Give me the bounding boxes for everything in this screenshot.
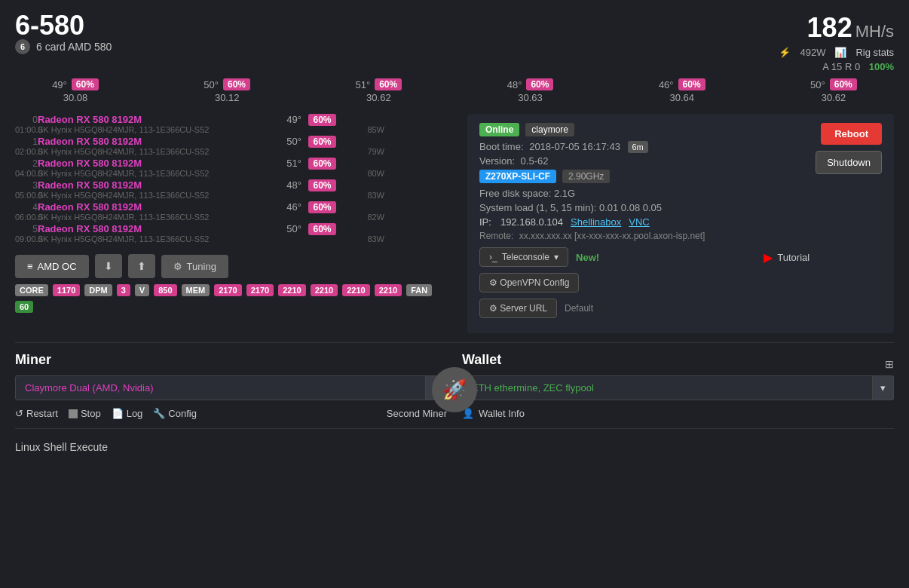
bars-icon: ≡ (27, 261, 33, 272)
disk-line: Free disk space: 2.1G (479, 188, 810, 199)
config-icon: 🔧 (153, 408, 165, 419)
status-main-row: Online claymore Boot time: 2018-07-05 16… (479, 123, 882, 324)
core-value: 1170 (53, 284, 80, 296)
wallet-col: Wallet ⊞ ETH ethermine, ZEC flypool ▾ 👤 … (462, 352, 894, 419)
table-row: 0 Radeon RX 580 8192M 49° 60% 01:00.0 SK… (15, 114, 452, 134)
rig-subtitle: 6 6 card AMD 580 (15, 39, 112, 54)
youtube-icon: ▶ (764, 250, 773, 265)
mem-value-5: 2210 (342, 284, 369, 296)
miner-select-row: Claymore Dual (AMD, Nvidia) ▾ (15, 375, 447, 400)
version-line: Version: 0.5-62 (479, 155, 810, 167)
rig-desc: 6 card AMD 580 (36, 41, 112, 53)
table-row: 1 Radeon RX 580 8192M 50° 60% 02:00.0 SK… (15, 136, 452, 156)
shellinabox-link[interactable]: Shellinabox (571, 216, 621, 228)
chart-icon: 📊 (834, 47, 846, 58)
main-container: 6-580 6 6 card AMD 580 182MH/s ⚡ 492W 📊 … (0, 0, 909, 465)
power-value: 492W (800, 47, 825, 58)
download-button[interactable]: ⬇ (95, 254, 122, 278)
card-count-badge: 6 (15, 39, 30, 54)
wallet-select-row: ETH ethermine, ZEC flypool ▾ (462, 375, 894, 400)
log-button[interactable]: 📄 Log (112, 408, 143, 419)
mem-label: MEM (182, 284, 210, 296)
mem-value-3: 2210 (278, 284, 305, 296)
table-row: 4 Radeon RX 580 8192M 46° 60% 06:00.0 SK… (15, 201, 452, 222)
gpu-bar: 49° 60% 30.08 50° 60% 30.12 51° 60% 30.6… (15, 78, 894, 103)
default-label: Default (565, 303, 593, 314)
restart-icon: ↺ (15, 408, 23, 419)
cpu-row: Z270XP-SLI-CF 2.90GHz (479, 170, 810, 183)
restart-button[interactable]: ↺ Restart (15, 408, 58, 419)
rocket-container: 🚀 (432, 367, 477, 412)
rig-stats-info: A 15 R 0 100% (822, 61, 894, 72)
bottom-divider (15, 428, 894, 429)
dpm-value: 3 (117, 284, 130, 296)
table-row: 5 Radeon RX 580 8192M 50° 60% 09:00.0 SK… (15, 223, 452, 243)
miner-select[interactable]: Claymore Dual (AMD, Nvidia) (15, 375, 426, 400)
table-row: 3 Radeon RX 580 8192M 48° 60% 05:00.0 SK… (15, 179, 452, 200)
left-col: 0 Radeon RX 580 8192M 49° 60% 01:00.0 SK… (15, 114, 452, 333)
terminal-icon: ›_ (489, 252, 497, 262)
power-icon: ⚡ (779, 47, 791, 58)
gpu-list: 0 Radeon RX 580 8192M 49° 60% 01:00.0 SK… (15, 114, 452, 243)
online-badge: Online (479, 123, 519, 136)
reboot-button[interactable]: Reboot (821, 123, 882, 145)
wallet-expand-icon[interactable]: ⊞ (885, 358, 894, 370)
oc-params: CORE 1170 DPM 3 V 850 MEM 2170 2170 2210… (15, 284, 452, 313)
gear-server-icon: ⚙ (489, 303, 497, 314)
wallet-select[interactable]: ETH ethermine, ZEC flypool (462, 375, 873, 400)
serverurl-button[interactable]: ⚙ Server URL (479, 299, 557, 318)
v-value: 850 (154, 284, 176, 296)
header: 6-580 6 6 card AMD 580 182MH/s ⚡ 492W 📊 … (15, 12, 894, 72)
gpu-bar-item-1: 50° 60% 30.12 (167, 78, 287, 103)
wallet-title: Wallet (462, 352, 501, 368)
tuning-button[interactable]: ⚙ Tuning (161, 255, 228, 278)
gpu-bar-item-4: 46° 60% 30.64 (622, 78, 742, 103)
status-badges-row: Online claymore (479, 123, 810, 136)
status-panel: Online claymore Boot time: 2018-07-05 16… (467, 114, 894, 333)
serverurl-row: ⚙ Server URL Default (479, 299, 810, 318)
config-button[interactable]: 🔧 Config (153, 408, 197, 419)
mem-value: 2170 (214, 284, 241, 296)
right-col: Online claymore Boot time: 2018-07-05 16… (467, 114, 894, 333)
core-label: CORE (15, 284, 48, 296)
v-label: V (135, 284, 149, 296)
fan-value: 60 (15, 301, 33, 313)
header-left: 6-580 6 6 card AMD 580 (15, 12, 112, 62)
log-icon: 📄 (112, 408, 124, 419)
cpu-badge: Z270XP-SLI-CF (479, 170, 556, 183)
vnc-link[interactable]: VNC (629, 216, 649, 228)
teleconsole-button[interactable]: ›_ Teleconsole ▾ (479, 247, 568, 267)
miner-col: Miner Claymore Dual (AMD, Nvidia) ▾ ↺ Re… (15, 352, 447, 419)
miner-title: Miner (15, 352, 447, 368)
linux-shell-section: Linux Shell Execute (15, 441, 894, 453)
shutdown-button[interactable]: Shutdown (816, 151, 882, 174)
table-row: 2 Radeon RX 580 8192M 51° 60% 04:00.0 SK… (15, 158, 452, 178)
gear-openvpn-icon: ⚙ (489, 277, 497, 288)
stop-button[interactable]: Stop (69, 408, 101, 419)
amd-oc-button[interactable]: ≡ AMD OC (15, 255, 89, 278)
rig-stats-link[interactable]: Rig stats (855, 47, 894, 58)
uptime-badge: 6m (628, 141, 648, 153)
gpu-bar-item-0: 49° 60% 30.08 (15, 78, 136, 103)
gpu-bar-item-5: 50° 60% 30.62 (773, 78, 894, 103)
ip-row: IP: 192.168.0.104 Shellinabox VNC (479, 216, 810, 228)
openvpn-row: ⚙ OpenVPN Config (479, 273, 810, 292)
openvpn-button[interactable]: ⚙ OpenVPN Config (479, 273, 579, 292)
wallet-select-arrow[interactable]: ▾ (873, 375, 894, 400)
tutorial-link[interactable]: ▶ Tutorial (764, 250, 810, 265)
mem-value-2: 2170 (246, 284, 274, 296)
gpu-bar-item-3: 48° 60% 30.63 (470, 78, 591, 103)
gear-tuning-icon: ⚙ (173, 261, 182, 272)
divider (15, 342, 894, 343)
remote-line: Remote: xx.xxx.xxx.xx [xx-xxx-xxx-xx.poo… (479, 231, 810, 241)
teleconsole-row: ›_ Teleconsole ▾ New! ▶ Tutorial (479, 247, 810, 267)
chevron-down-icon: ▾ (554, 252, 559, 262)
rig-title: 6-580 (15, 12, 112, 39)
fan-label: FAN (406, 284, 432, 296)
wallet-header: Wallet ⊞ (462, 352, 894, 375)
hashrate-display: 182MH/s (807, 12, 894, 44)
dpm-label: DPM (84, 284, 112, 296)
upload-button[interactable]: ⬆ (128, 254, 155, 278)
header-right-info: 182MH/s ⚡ 492W 📊 Rig stats A 15 R 0 100% (779, 12, 894, 72)
boot-time-line: Boot time: 2018-07-05 16:17:43 6m (479, 141, 810, 152)
